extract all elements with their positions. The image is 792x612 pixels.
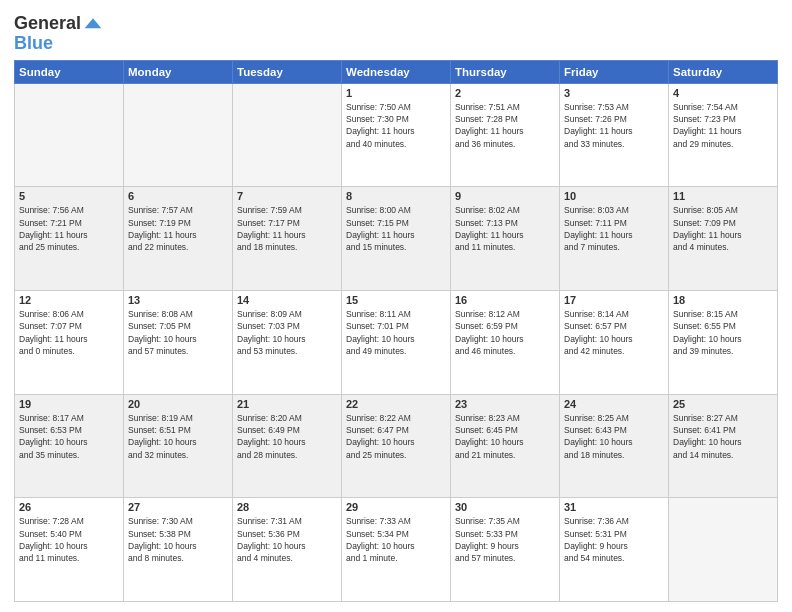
day-number: 23 xyxy=(455,398,555,410)
day-number: 17 xyxy=(564,294,664,306)
calendar-cell xyxy=(15,83,124,187)
calendar-cell: 14Sunrise: 8:09 AM Sunset: 7:03 PM Dayli… xyxy=(233,291,342,395)
day-number: 20 xyxy=(128,398,228,410)
calendar-cell: 17Sunrise: 8:14 AM Sunset: 6:57 PM Dayli… xyxy=(560,291,669,395)
calendar-header-row: SundayMondayTuesdayWednesdayThursdayFrid… xyxy=(15,60,778,83)
calendar-cell xyxy=(124,83,233,187)
day-info: Sunrise: 7:57 AM Sunset: 7:19 PM Dayligh… xyxy=(128,204,228,253)
weekday-header-friday: Friday xyxy=(560,60,669,83)
day-number: 28 xyxy=(237,501,337,513)
day-number: 21 xyxy=(237,398,337,410)
day-info: Sunrise: 7:53 AM Sunset: 7:26 PM Dayligh… xyxy=(564,101,664,150)
day-info: Sunrise: 8:11 AM Sunset: 7:01 PM Dayligh… xyxy=(346,308,446,357)
calendar-cell: 2Sunrise: 7:51 AM Sunset: 7:28 PM Daylig… xyxy=(451,83,560,187)
day-info: Sunrise: 7:33 AM Sunset: 5:34 PM Dayligh… xyxy=(346,515,446,564)
calendar-cell: 31Sunrise: 7:36 AM Sunset: 5:31 PM Dayli… xyxy=(560,498,669,602)
calendar-week-row: 12Sunrise: 8:06 AM Sunset: 7:07 PM Dayli… xyxy=(15,291,778,395)
day-info: Sunrise: 8:12 AM Sunset: 6:59 PM Dayligh… xyxy=(455,308,555,357)
weekday-header-tuesday: Tuesday xyxy=(233,60,342,83)
calendar-cell: 7Sunrise: 7:59 AM Sunset: 7:17 PM Daylig… xyxy=(233,187,342,291)
day-info: Sunrise: 8:03 AM Sunset: 7:11 PM Dayligh… xyxy=(564,204,664,253)
day-number: 26 xyxy=(19,501,119,513)
weekday-header-monday: Monday xyxy=(124,60,233,83)
logo: General Blue xyxy=(14,14,103,54)
weekday-header-sunday: Sunday xyxy=(15,60,124,83)
day-number: 9 xyxy=(455,190,555,202)
day-number: 12 xyxy=(19,294,119,306)
day-info: Sunrise: 8:17 AM Sunset: 6:53 PM Dayligh… xyxy=(19,412,119,461)
day-info: Sunrise: 8:06 AM Sunset: 7:07 PM Dayligh… xyxy=(19,308,119,357)
calendar-cell: 29Sunrise: 7:33 AM Sunset: 5:34 PM Dayli… xyxy=(342,498,451,602)
calendar-cell: 21Sunrise: 8:20 AM Sunset: 6:49 PM Dayli… xyxy=(233,394,342,498)
day-number: 4 xyxy=(673,87,773,99)
day-number: 25 xyxy=(673,398,773,410)
calendar-week-row: 5Sunrise: 7:56 AM Sunset: 7:21 PM Daylig… xyxy=(15,187,778,291)
day-info: Sunrise: 7:30 AM Sunset: 5:38 PM Dayligh… xyxy=(128,515,228,564)
day-info: Sunrise: 8:23 AM Sunset: 6:45 PM Dayligh… xyxy=(455,412,555,461)
day-info: Sunrise: 8:08 AM Sunset: 7:05 PM Dayligh… xyxy=(128,308,228,357)
day-info: Sunrise: 7:51 AM Sunset: 7:28 PM Dayligh… xyxy=(455,101,555,150)
day-info: Sunrise: 7:50 AM Sunset: 7:30 PM Dayligh… xyxy=(346,101,446,150)
day-info: Sunrise: 7:28 AM Sunset: 5:40 PM Dayligh… xyxy=(19,515,119,564)
day-number: 31 xyxy=(564,501,664,513)
calendar-week-row: 26Sunrise: 7:28 AM Sunset: 5:40 PM Dayli… xyxy=(15,498,778,602)
day-info: Sunrise: 8:15 AM Sunset: 6:55 PM Dayligh… xyxy=(673,308,773,357)
day-info: Sunrise: 7:56 AM Sunset: 7:21 PM Dayligh… xyxy=(19,204,119,253)
day-info: Sunrise: 8:19 AM Sunset: 6:51 PM Dayligh… xyxy=(128,412,228,461)
day-number: 7 xyxy=(237,190,337,202)
day-number: 16 xyxy=(455,294,555,306)
calendar-cell: 1Sunrise: 7:50 AM Sunset: 7:30 PM Daylig… xyxy=(342,83,451,187)
calendar-cell: 11Sunrise: 8:05 AM Sunset: 7:09 PM Dayli… xyxy=(669,187,778,291)
day-info: Sunrise: 7:31 AM Sunset: 5:36 PM Dayligh… xyxy=(237,515,337,564)
day-number: 15 xyxy=(346,294,446,306)
day-number: 22 xyxy=(346,398,446,410)
day-info: Sunrise: 7:59 AM Sunset: 7:17 PM Dayligh… xyxy=(237,204,337,253)
weekday-header-wednesday: Wednesday xyxy=(342,60,451,83)
day-number: 24 xyxy=(564,398,664,410)
calendar-cell: 3Sunrise: 7:53 AM Sunset: 7:26 PM Daylig… xyxy=(560,83,669,187)
day-info: Sunrise: 8:25 AM Sunset: 6:43 PM Dayligh… xyxy=(564,412,664,461)
calendar-cell: 30Sunrise: 7:35 AM Sunset: 5:33 PM Dayli… xyxy=(451,498,560,602)
day-number: 30 xyxy=(455,501,555,513)
day-info: Sunrise: 8:14 AM Sunset: 6:57 PM Dayligh… xyxy=(564,308,664,357)
calendar-cell: 12Sunrise: 8:06 AM Sunset: 7:07 PM Dayli… xyxy=(15,291,124,395)
day-number: 11 xyxy=(673,190,773,202)
day-number: 1 xyxy=(346,87,446,99)
weekday-header-saturday: Saturday xyxy=(669,60,778,83)
day-number: 14 xyxy=(237,294,337,306)
logo-text: General xyxy=(14,14,81,34)
day-number: 6 xyxy=(128,190,228,202)
logo-blue-text: Blue xyxy=(14,34,103,54)
calendar-cell: 16Sunrise: 8:12 AM Sunset: 6:59 PM Dayli… xyxy=(451,291,560,395)
calendar-cell: 23Sunrise: 8:23 AM Sunset: 6:45 PM Dayli… xyxy=(451,394,560,498)
day-info: Sunrise: 8:05 AM Sunset: 7:09 PM Dayligh… xyxy=(673,204,773,253)
day-number: 19 xyxy=(19,398,119,410)
calendar-cell: 9Sunrise: 8:02 AM Sunset: 7:13 PM Daylig… xyxy=(451,187,560,291)
day-number: 3 xyxy=(564,87,664,99)
calendar-cell: 22Sunrise: 8:22 AM Sunset: 6:47 PM Dayli… xyxy=(342,394,451,498)
calendar-cell: 20Sunrise: 8:19 AM Sunset: 6:51 PM Dayli… xyxy=(124,394,233,498)
weekday-header-thursday: Thursday xyxy=(451,60,560,83)
day-info: Sunrise: 8:20 AM Sunset: 6:49 PM Dayligh… xyxy=(237,412,337,461)
day-number: 10 xyxy=(564,190,664,202)
day-info: Sunrise: 8:09 AM Sunset: 7:03 PM Dayligh… xyxy=(237,308,337,357)
calendar-cell: 27Sunrise: 7:30 AM Sunset: 5:38 PM Dayli… xyxy=(124,498,233,602)
calendar-cell: 26Sunrise: 7:28 AM Sunset: 5:40 PM Dayli… xyxy=(15,498,124,602)
calendar-cell: 24Sunrise: 8:25 AM Sunset: 6:43 PM Dayli… xyxy=(560,394,669,498)
day-info: Sunrise: 8:00 AM Sunset: 7:15 PM Dayligh… xyxy=(346,204,446,253)
calendar-cell: 28Sunrise: 7:31 AM Sunset: 5:36 PM Dayli… xyxy=(233,498,342,602)
calendar-cell: 13Sunrise: 8:08 AM Sunset: 7:05 PM Dayli… xyxy=(124,291,233,395)
day-info: Sunrise: 8:22 AM Sunset: 6:47 PM Dayligh… xyxy=(346,412,446,461)
calendar-cell xyxy=(233,83,342,187)
day-number: 18 xyxy=(673,294,773,306)
day-number: 27 xyxy=(128,501,228,513)
day-number: 13 xyxy=(128,294,228,306)
calendar-cell: 8Sunrise: 8:00 AM Sunset: 7:15 PM Daylig… xyxy=(342,187,451,291)
calendar-cell: 18Sunrise: 8:15 AM Sunset: 6:55 PM Dayli… xyxy=(669,291,778,395)
calendar-cell xyxy=(669,498,778,602)
day-info: Sunrise: 7:35 AM Sunset: 5:33 PM Dayligh… xyxy=(455,515,555,564)
calendar-cell: 19Sunrise: 8:17 AM Sunset: 6:53 PM Dayli… xyxy=(15,394,124,498)
page-container: General Blue SundayMondayTuesdayWednesda… xyxy=(0,0,792,612)
calendar-cell: 10Sunrise: 8:03 AM Sunset: 7:11 PM Dayli… xyxy=(560,187,669,291)
calendar-cell: 6Sunrise: 7:57 AM Sunset: 7:19 PM Daylig… xyxy=(124,187,233,291)
